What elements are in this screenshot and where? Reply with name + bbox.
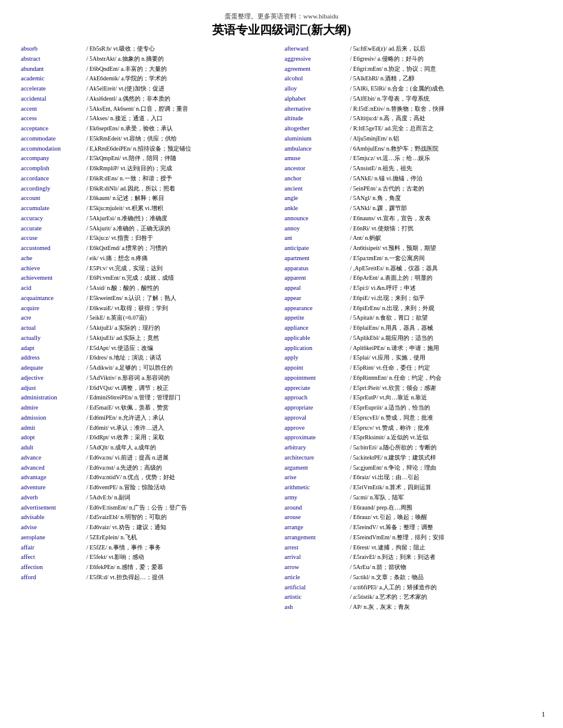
list-item: academic/ AkE6demik/ a.学院的；学术的 — [21, 74, 279, 83]
list-item: appearance/ E6piErEns/ n.出现，来到；外观 — [285, 304, 543, 313]
definition: / Aksi6dentl/ a.偶然的；非本质的 — [86, 94, 279, 104]
definition: / E5kQmpEni/ vt.陪伴，陪同；伴随 — [86, 154, 279, 163]
definition: / E5plai/ vt.应用，实施，使用 — [350, 353, 543, 363]
list-item: accustomed/ E6kQstEmd/ a.惯常的；习惯的 — [21, 243, 279, 253]
definition: / E6raiz/ vi.出现；由…引起 — [350, 473, 543, 482]
definition: / E5pa:tmEnt/ n.一套公寓房间 — [350, 254, 543, 263]
definition: / 5a:bitrEri/ a.随心所欲的；专断的 — [350, 443, 543, 452]
word: artificial — [285, 583, 350, 592]
definition: / 5AlfEbit/ n.字母表，字母系统 — [350, 94, 543, 104]
definition: / E5reindV/ vt.筹备；整理；调整 — [350, 523, 543, 532]
list-item: ancient/ 5einPEnt/ a.古代的；古老的 — [285, 184, 543, 193]
word: appoint — [285, 363, 350, 373]
list-item: ache/ eik/ vi.痛；想念 n.疼痛 — [21, 254, 279, 263]
word: alphabet — [285, 94, 350, 104]
definition: / Ed6miPEn/ n.允许进入；承认 — [86, 413, 279, 423]
definition: / Ed6mit/ vt.承认；准许…进入 — [86, 423, 279, 433]
word: adjust — [21, 383, 86, 393]
word: annoy — [285, 224, 350, 233]
list-item: arrival/ E5raivEl/ n.到达；到来；到达者 — [285, 552, 543, 562]
list-item: abstract/ 5AbstrAkt/ a.抽象的 n.摘要的 — [21, 54, 279, 64]
definition: / E6nauns/ vt.宣布，宣告，发表 — [350, 214, 543, 223]
list-item: arbitrary/ 5a:bitrEri/ a.随心所欲的；专断的 — [285, 443, 543, 452]
list-item: affection/ E6fekPEn/ n.感情，爱；爱慕 — [21, 563, 279, 572]
word: accomplish — [21, 164, 86, 173]
list-item: adequate/ 5Adikwit/ a.足够的；可以胜任的 — [21, 363, 279, 373]
word: appropriate — [285, 403, 350, 413]
list-item: afterward/ 5a:ftEwEd(z)/ ad.后来，以后 — [285, 44, 543, 54]
definition: / E6fekPEn/ n.感情，爱；爱慕 — [86, 563, 279, 572]
definition: / E5mju:z/ vt.逗…乐；给…娱乐 — [350, 154, 543, 163]
word: applicable — [285, 333, 350, 343]
list-item: arouse/ E6rauz/ vt.引起，唤起；唤醒 — [285, 513, 543, 522]
definition: / E5Pi:v/ vt.完成，实现；达到 — [86, 264, 279, 273]
word: arouse — [285, 513, 350, 522]
list-item: around/ E6raund/ prep.在…周围 — [285, 503, 543, 513]
word: arrival — [285, 552, 350, 562]
word: affect — [21, 552, 86, 562]
word: adjective — [21, 373, 86, 383]
list-item: accommodation/ E,kRmE6deiPEn/ n.招待设备；预定铺… — [21, 144, 279, 154]
definition: / AP/ n.灰，灰末；青灰 — [350, 602, 543, 612]
list-item: announce/ E6nauns/ vt.宣布，宣告，发表 — [285, 214, 543, 223]
word: apartment — [285, 254, 350, 263]
word: actually — [21, 333, 86, 343]
word: around — [285, 503, 350, 513]
definition: / E5prEutP/ vt.向…靠近 n.靠近 — [350, 393, 543, 402]
main-title: 英语专业四级词汇(新大纲) — [18, 22, 545, 38]
list-item: accommodate/ E5kRmEdeit/ vt.容纳；供应；供给 — [21, 134, 279, 143]
definition: / E5prEupriit/ a.适当的，恰当的 — [350, 403, 543, 413]
word: appear — [285, 293, 350, 303]
word: apply — [285, 353, 350, 363]
list-item: apartment/ E5pa:tmEnt/ n.一套公寓房间 — [285, 254, 543, 263]
definition: / Ed6va:ntidV/ n.优点，优势；好处 — [86, 473, 279, 482]
list-item: advise/ Ed6vaiz/ vt.劝告；建议；通知 — [21, 523, 279, 532]
word: arise — [285, 473, 350, 482]
definition: / 5ZErEplein/ n.飞机 — [86, 533, 279, 542]
definition: / 5eikE/ n.英亩(=6.07亩) — [86, 313, 279, 323]
definition: / 5a:gjumEnt/ n.争论，辩论；理由 — [350, 463, 543, 473]
list-item: accompany/ E5kQmpEni/ vt.陪伴，陪同；伴随 — [21, 154, 279, 163]
definition: / AkE6demik/ a.学院的；学术的 — [86, 74, 279, 83]
word: acquire — [21, 304, 86, 313]
word: adequate — [21, 363, 86, 373]
word: accommodation — [21, 144, 86, 154]
word: adopt — [21, 433, 86, 442]
list-item: altogether/ R:ltE5geTE/ ad.完全；总而言之 — [285, 124, 543, 133]
list-item: apparatus/ ,ApE5reitEs/ n.器械，仪器；器具 — [285, 264, 543, 273]
definition: / 5AdQlt/ n.成年人 a.成年的 — [86, 443, 279, 452]
definition: / E6Pi:vmEnt/ n.完成；成就，成绩 — [86, 273, 279, 283]
definition: / E,kRmE6deiPEn/ n.招待设备；预定铺位 — [86, 144, 279, 154]
word: achievement — [21, 273, 86, 283]
list-item: arithmetic/ E5riVmEtik/ n.算术，四则运算 — [285, 483, 543, 492]
word: adventure — [21, 483, 86, 492]
definition: / 5AktjuEl/ a.实际的；现行的 — [86, 323, 279, 333]
list-item: agreement/ E6gri:mEnt/ n.协定，协议；同意 — [285, 64, 543, 74]
definition: / Ek6septEns/ n.承受，验收；承认 — [86, 124, 279, 133]
list-item: accordance/ E6kR:dEns/ n.一致；和谐；授予 — [21, 174, 279, 183]
word: adult — [21, 443, 86, 452]
definition: / 5Akjurit/ a.准确的，正确无误的 — [86, 224, 279, 233]
list-item: ankle/ 5ANkl/ n.踝，踝节部 — [285, 204, 543, 213]
word: altitude — [285, 114, 350, 123]
definition: / 5AdViktiv/ n.形容词 a.形容词的 — [86, 373, 279, 383]
definition: / 5einPEnt/ a.古代的；古老的 — [350, 184, 543, 193]
word: arrange — [285, 523, 350, 532]
list-item: arrangement/ E5reindVmEnt/ n.整理，排列；安排 — [285, 533, 543, 542]
definition: / E6pArEnt/ a.表面上的；明显的 — [350, 273, 543, 283]
list-item: apparent/ E6pArEnt/ a.表面上的；明显的 — [285, 273, 543, 283]
list-item: ambulance/ 6AmbjulEns/ n.救护车；野战医院 — [285, 144, 543, 154]
definition: / Ed6va:nst/ a.先进的；高级的 — [86, 463, 279, 473]
list-item: accumulate/ E5kju:mjuleit/ vt.积累 vi.增积 — [21, 204, 279, 213]
word: ankle — [285, 204, 350, 213]
definition: / E5kju:mjuleit/ vt.积累 vi.增积 — [86, 204, 279, 213]
word: accumulate — [21, 204, 86, 213]
definition: / ,ApE5reitEs/ n.器械，仪器；器具 — [350, 264, 543, 273]
list-item: advantage/ Ed6va:ntidV/ n.优点，优势；好处 — [21, 473, 279, 482]
list-item: argument/ 5a:gjumEnt/ n.争论，辩论；理由 — [285, 463, 543, 473]
list-item: accuse/ E5kju:z/ vt.指责；归咎于 — [21, 233, 279, 243]
list-item: acre/ 5eikE/ n.英亩(=6.07亩) — [21, 313, 279, 323]
word: acid — [21, 283, 86, 293]
list-item: accomplish/ E6kRmpliP/ vt.达到(目的)；完成 — [21, 164, 279, 173]
word: accommodate — [21, 134, 86, 143]
